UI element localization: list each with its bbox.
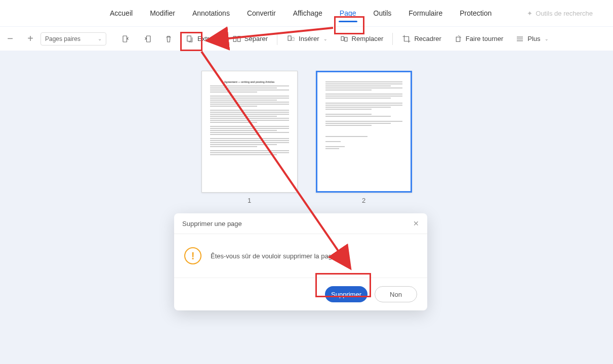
rotate-right-icon: [143, 34, 152, 43]
rotate-button[interactable]: Faire tourner: [447, 27, 509, 51]
search-tools[interactable]: ✦ Outils de recherche: [527, 10, 593, 17]
tab-convertir[interactable]: Convertir: [246, 6, 277, 20]
page-toolbar: − + Pages paires ⌄ Extraire Séparer Insé…: [0, 26, 613, 51]
trash-icon: [164, 34, 173, 43]
dialog-footer: Supprimer Non: [174, 278, 427, 310]
svg-rect-5: [288, 36, 291, 40]
svg-rect-2: [187, 36, 191, 41]
rotate-left-icon: [121, 34, 131, 43]
more-button[interactable]: Plus ⌄: [509, 27, 554, 51]
zoom-in-button[interactable]: +: [20, 33, 40, 44]
insert-label: Insérer: [299, 35, 319, 42]
tab-annotations[interactable]: Annotations: [191, 6, 231, 20]
page-thumbnail-2-wrap: 2: [316, 71, 412, 204]
page-filter-dropdown[interactable]: Pages paires ⌄: [40, 32, 106, 46]
zoom-out-button[interactable]: −: [0, 33, 20, 44]
svg-rect-6: [292, 37, 295, 40]
cancel-delete-button[interactable]: Non: [375, 286, 417, 302]
split-icon: [232, 34, 241, 43]
tab-outils[interactable]: Outils: [373, 6, 393, 20]
rotate-left-button[interactable]: [115, 27, 137, 51]
svg-rect-8: [344, 37, 347, 41]
dropdown-value: Pages paires: [45, 35, 80, 42]
extract-label: Extraire: [197, 35, 220, 42]
dialog-title: Supprimer une page: [182, 220, 242, 228]
crop-icon: [402, 34, 411, 43]
dialog-close-button[interactable]: ✕: [413, 219, 419, 228]
replace-label: Remplacer: [352, 35, 384, 42]
more-label: Plus: [527, 35, 540, 42]
svg-rect-7: [341, 36, 344, 40]
tab-protection[interactable]: Protection: [459, 6, 493, 20]
tab-formulaire[interactable]: Formulaire: [407, 6, 443, 20]
split-button[interactable]: Séparer: [226, 27, 274, 51]
toolbar-separator: [277, 33, 277, 45]
svg-rect-9: [456, 37, 460, 41]
tab-accueil[interactable]: Accueil: [109, 6, 134, 20]
insert-icon: [287, 34, 296, 43]
tab-page[interactable]: Page: [339, 6, 357, 20]
svg-rect-0: [123, 36, 127, 42]
page-number-1: 1: [248, 197, 251, 204]
page-thumbnail-2[interactable]: [316, 71, 412, 193]
dialog-body: ! Êtes-vous sûr de vouloir supprimer la …: [174, 234, 427, 278]
page-thumbnail-1-wrap: Agreement — writing and posting Articles…: [201, 71, 298, 204]
search-tools-label: Outils de recherche: [536, 10, 593, 17]
tab-modifier[interactable]: Modifier: [149, 6, 176, 20]
delete-page-dialog: Supprimer une page ✕ ! Êtes-vous sûr de …: [174, 213, 427, 310]
page-number-2: 2: [362, 197, 365, 204]
chevron-down-icon: ⌄: [98, 36, 102, 41]
insert-button[interactable]: Insérer ⌄: [280, 27, 333, 51]
chevron-down-icon: ⌄: [545, 36, 549, 41]
warning-icon: !: [184, 247, 201, 264]
extract-icon: [185, 34, 194, 43]
sparkle-icon: ✦: [527, 10, 533, 17]
delete-page-button[interactable]: [158, 27, 179, 51]
crop-label: Recadrer: [414, 35, 441, 42]
crop-button[interactable]: Recadrer: [396, 27, 447, 51]
svg-rect-1: [147, 36, 151, 42]
toolbar-separator: [392, 33, 393, 45]
confirm-delete-button[interactable]: Supprimer: [325, 286, 367, 302]
rotate-label: Faire tourner: [466, 35, 503, 42]
svg-rect-4: [237, 36, 240, 41]
rotate-icon: [454, 34, 463, 43]
dialog-message: Êtes-vous sûr de vouloir supprimer la pa…: [211, 252, 341, 260]
dialog-header: Supprimer une page ✕: [174, 213, 427, 234]
rotate-right-button[interactable]: [137, 27, 158, 51]
replace-button[interactable]: Remplacer: [334, 27, 390, 51]
extract-button[interactable]: Extraire: [179, 27, 226, 51]
svg-rect-3: [233, 36, 236, 41]
more-icon: [515, 34, 524, 43]
chevron-down-icon: ⌄: [323, 36, 328, 41]
page-thumbnail-1[interactable]: Agreement — writing and posting Articles: [201, 71, 298, 193]
main-tabs: Accueil Modifier Annotations Convertir A…: [0, 0, 613, 26]
split-label: Séparer: [244, 35, 268, 42]
replace-icon: [340, 34, 349, 43]
page-thumbnails-area: Agreement — writing and posting Articles…: [0, 51, 613, 204]
tab-affichage[interactable]: Affichage: [292, 6, 323, 20]
